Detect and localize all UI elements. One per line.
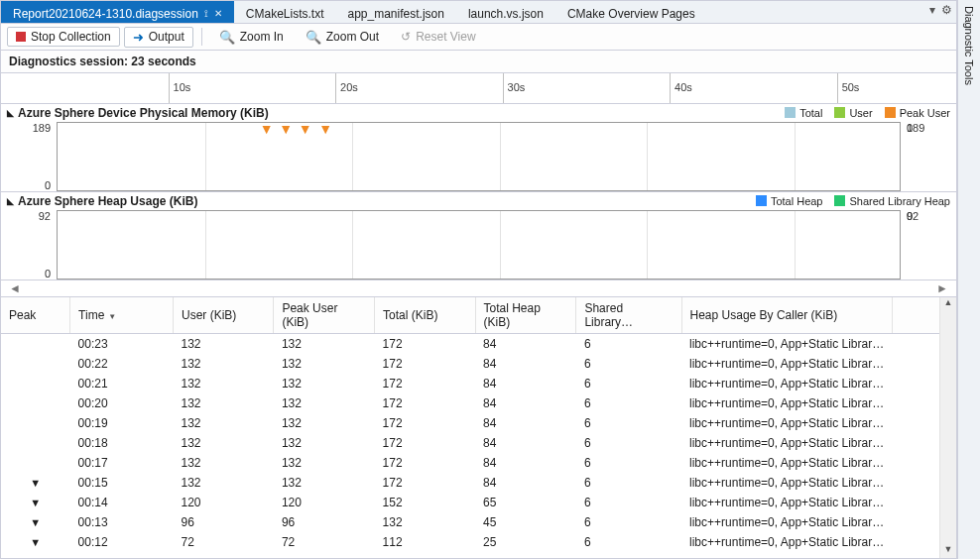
cell-time: 00:13 bbox=[70, 512, 174, 532]
cell-peak-user: 132 bbox=[274, 393, 375, 413]
tab-report-diagsession[interactable]: Report20210624-1310.diagsession ⟟ ✕ bbox=[1, 1, 234, 23]
tab-cmake-overview[interactable]: CMake Overview Pages bbox=[555, 1, 707, 23]
plot-area[interactable] bbox=[57, 210, 901, 280]
cell-caller: libc++runtime=0, App+Static Librar… bbox=[681, 374, 892, 393]
cell-total-heap: 84 bbox=[475, 453, 576, 473]
diagnostics-toolbar: Stop Collection ➜ Output 🔍 Zoom In 🔍 Zoo… bbox=[1, 24, 956, 51]
cell-shared: 6 bbox=[576, 334, 681, 355]
cell-total-heap: 84 bbox=[475, 473, 576, 493]
zoom-in-button[interactable]: 🔍 Zoom In bbox=[210, 27, 293, 48]
table-row[interactable]: ▼00:127272112256libc++runtime=0, App+Sta… bbox=[1, 532, 956, 552]
cell-caller: libc++runtime=0, App+Static Librar… bbox=[681, 433, 892, 453]
sort-desc-icon: ▼ bbox=[108, 312, 116, 321]
tab-label: Report20210624-1310.diagsession bbox=[13, 7, 198, 21]
peak-marker-cell: ▼ bbox=[1, 493, 70, 512]
table-row[interactable]: ▼00:14120120152656libc++runtime=0, App+S… bbox=[1, 493, 956, 512]
cell-time: 00:21 bbox=[70, 374, 174, 393]
col-peak[interactable]: Peak bbox=[1, 297, 70, 334]
cell-shared: 6 bbox=[576, 433, 681, 453]
table-row[interactable]: 00:20132132172846libc++runtime=0, App+St… bbox=[1, 393, 956, 413]
scroll-right-icon: ► bbox=[936, 281, 948, 295]
plot-area[interactable]: ▼ ▼ ▼ ▼ bbox=[57, 122, 901, 191]
cell-shared: 6 bbox=[576, 473, 681, 493]
event-marker-icon[interactable]: ▼ bbox=[318, 122, 332, 137]
tab-cmakelists[interactable]: CMakeLists.txt bbox=[234, 1, 336, 23]
cell-time: 00:22 bbox=[70, 354, 174, 374]
cell-total: 112 bbox=[375, 532, 475, 552]
cell-total: 172 bbox=[375, 453, 475, 473]
cell-caller: libc++runtime=0, App+Static Librar… bbox=[681, 413, 892, 433]
collapse-icon[interactable]: ◣ bbox=[7, 108, 14, 118]
cell-caller: libc++runtime=0, App+Static Librar… bbox=[681, 532, 892, 552]
cell-peak-user: 132 bbox=[274, 413, 375, 433]
document-tab-strip: Report20210624-1310.diagsession ⟟ ✕ CMak… bbox=[1, 1, 956, 24]
table-row[interactable]: 00:21132132172846libc++runtime=0, App+St… bbox=[1, 374, 956, 393]
cell-shared: 6 bbox=[576, 374, 681, 393]
legend-total: Total bbox=[785, 107, 822, 119]
table-row[interactable]: 00:18132132172846libc++runtime=0, App+St… bbox=[1, 433, 956, 453]
cell-total: 172 bbox=[375, 354, 475, 374]
col-total[interactable]: Total (KiB) bbox=[375, 297, 475, 334]
col-time[interactable]: Time▼ bbox=[70, 297, 174, 334]
cell-total-heap: 84 bbox=[475, 393, 576, 413]
vertical-scrollbar[interactable]: ▲▼ bbox=[939, 297, 956, 558]
cell-total: 172 bbox=[375, 334, 475, 355]
col-peak-user[interactable]: Peak User (KiB) bbox=[274, 297, 375, 334]
cell-user: 120 bbox=[173, 493, 273, 512]
table-row[interactable]: 00:19132132172846libc++runtime=0, App+St… bbox=[1, 413, 956, 433]
cell-total: 152 bbox=[375, 493, 475, 512]
table-row[interactable]: 00:22132132172846libc++runtime=0, App+St… bbox=[1, 354, 956, 374]
table-row[interactable]: 00:23132132172846libc++runtime=0, App+St… bbox=[1, 334, 956, 355]
y-axis-left: 920 bbox=[1, 210, 57, 280]
cell-caller: libc++runtime=0, App+Static Librar… bbox=[681, 334, 892, 355]
output-button[interactable]: ➜ Output bbox=[124, 27, 193, 48]
cell-shared: 6 bbox=[576, 354, 681, 374]
cell-peak-user: 72 bbox=[274, 532, 375, 552]
cell-total-heap: 84 bbox=[475, 374, 576, 393]
cell-user: 132 bbox=[173, 393, 273, 413]
diagnostic-tools-panel-tab[interactable]: Diagnostic Tools bbox=[957, 0, 980, 559]
reset-view-button[interactable]: ↺ Reset View bbox=[392, 27, 484, 47]
tab-app-manifest[interactable]: app_manifest.json bbox=[336, 1, 456, 23]
chart-title: Azure Sphere Device Physical Memory (KiB… bbox=[18, 106, 269, 120]
col-user[interactable]: User (KiB) bbox=[173, 297, 273, 334]
col-shared-lib[interactable]: Shared Library… bbox=[576, 297, 681, 334]
close-icon[interactable]: ✕ bbox=[214, 8, 222, 19]
pin-icon[interactable]: ⟟ bbox=[204, 8, 208, 20]
stop-collection-button[interactable]: Stop Collection bbox=[7, 27, 120, 47]
event-marker-icon[interactable]: ▼ bbox=[279, 122, 293, 137]
gear-icon[interactable]: ⚙ bbox=[941, 3, 952, 21]
collapse-icon[interactable]: ◣ bbox=[7, 196, 14, 206]
col-total-heap[interactable]: Total Heap (KiB) bbox=[475, 297, 576, 334]
zoom-out-icon: 🔍 bbox=[306, 30, 321, 45]
cell-caller: libc++runtime=0, App+Static Librar… bbox=[681, 493, 892, 512]
peak-marker-cell bbox=[1, 334, 70, 355]
scroll-left-icon: ◄ bbox=[9, 281, 21, 295]
cell-total: 172 bbox=[375, 393, 475, 413]
snapshot-table: Peak Time▼ User (KiB) Peak User (KiB) To… bbox=[1, 297, 956, 558]
cell-user: 132 bbox=[173, 334, 273, 355]
cell-shared: 6 bbox=[576, 413, 681, 433]
y-axis-right: 1890 bbox=[901, 122, 956, 191]
session-duration-label: Diagnostics session: 23 seconds bbox=[1, 51, 956, 73]
window-dropdown-icon[interactable]: ▾ bbox=[929, 3, 935, 21]
cell-user: 132 bbox=[173, 374, 273, 393]
cell-total-heap: 84 bbox=[475, 334, 576, 355]
col-heap-caller[interactable]: Heap Usage By Caller (KiB) bbox=[681, 297, 892, 334]
peak-marker-cell bbox=[1, 433, 70, 453]
table-row[interactable]: 00:17132132172846libc++runtime=0, App+St… bbox=[1, 453, 956, 473]
peak-marker-cell: ▼ bbox=[1, 473, 70, 493]
legend-peak-user: Peak User bbox=[885, 107, 950, 119]
tab-launch-json[interactable]: launch.vs.json bbox=[456, 1, 555, 23]
cell-user: 132 bbox=[173, 433, 273, 453]
timeline-scrollbar[interactable]: ◄► bbox=[1, 280, 956, 297]
cell-time: 00:17 bbox=[70, 453, 174, 473]
cell-shared: 6 bbox=[576, 512, 681, 532]
table-row[interactable]: ▼00:15132132172846libc++runtime=0, App+S… bbox=[1, 473, 956, 493]
zoom-out-button[interactable]: 🔍 Zoom Out bbox=[297, 27, 388, 48]
table-row[interactable]: ▼00:139696132456libc++runtime=0, App+Sta… bbox=[1, 512, 956, 532]
event-marker-icon[interactable]: ▼ bbox=[299, 122, 312, 137]
peak-marker-cell bbox=[1, 413, 70, 433]
timeline-ruler[interactable]: 10s 20s 30s 40s 50s bbox=[1, 73, 956, 104]
event-marker-icon[interactable]: ▼ bbox=[260, 122, 274, 137]
